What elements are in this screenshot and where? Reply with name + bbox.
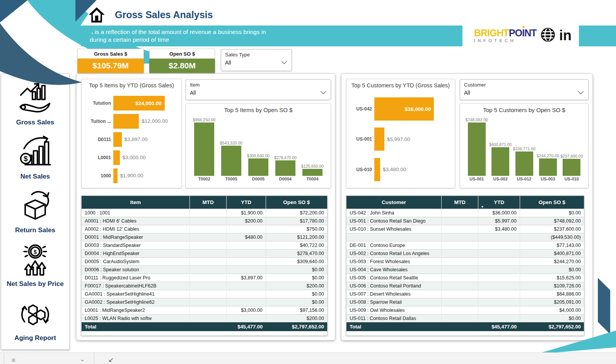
bar-col-US-001[interactable]: $748,092.00 [465,116,488,176]
bar[interactable]: $36,000.00 [374,97,434,121]
bar[interactable] [539,158,557,176]
table-row[interactable]: US-009 : Owl Wholesales$4,000.00 [346,306,584,314]
table-row[interactable]: 1000 : 1001$1,900.00$72,200.00 [82,209,327,217]
table-row[interactable]: US-008 : Sparrow Retail$205,091.00 [346,298,584,306]
item-dropdown[interactable]: Item All [186,79,331,100]
table-row[interactable]: A0001 : HDMI 6' Cables$200.00$17,780.00 [82,217,327,225]
table-row[interactable]: D0004 : HighEndSpeaker$278,470.00 [82,249,327,257]
col-header-item[interactable]: Item [82,196,189,209]
table-row[interactable]: GA0002 : SpeakerSetHighline62$0.00 [82,298,327,306]
table-row[interactable]: A0002 : HDMI 12' Cables$750.00 [82,225,327,233]
bar[interactable] [302,169,323,176]
bar-row-US-010[interactable]: US-010$3,480.00 [350,158,451,181]
bar[interactable] [113,132,122,147]
table-row[interactable]: US-005 : Contoso Retail Seattle$15,625.0… [346,274,584,282]
bar-row-D0111[interactable]: D0111$3,897.00 [85,132,177,147]
table-row[interactable]: DE-001 : Contoso Europe$77,143.00 [346,241,584,249]
chevron-down-icon [577,89,584,96]
arrow-icon[interactable]: ↙ [108,356,114,364]
table-row[interactable]: D0005 : CarAudioSystem$309,640.00 [82,257,327,265]
bar-row-US-042[interactable]: US-042$36,000.00 [350,97,451,121]
table-row[interactable]: US-001 : Contoso Retail San Diego$5,997.… [346,217,584,225]
bar-row-Tuition ...[interactable]: Tuition ...$12,000.00 [85,114,177,129]
bar-col-T0004[interactable]: $125,650.00 [299,116,326,176]
menu-icon[interactable]: ≡ [12,357,15,364]
col-header-ytd[interactable]: YTD [227,196,266,209]
bar-col-T0002[interactable]: $956,250.00 [191,116,218,176]
col-header-open-so-[interactable]: Open SO $ [520,196,584,209]
kpi-gross-sales-label: Gross Sales $ [77,49,144,59]
bar[interactable]: $24,000.00 [113,96,165,111]
customer-dropdown[interactable]: Customer All [460,79,589,100]
table-row[interactable]: L0025 : WLAN Radio wth softw$200.00 [82,314,327,322]
bar-row-L0001[interactable]: L0001$3,000.00 [85,150,177,165]
bar[interactable] [113,114,139,129]
col-header-mtd[interactable]: MTD [442,196,478,209]
bar[interactable] [113,168,118,183]
sales-type-dropdown[interactable]: Sales Type All [221,49,292,71]
bar-row-US-001[interactable]: US-001$5,997.00 [350,128,451,151]
col-header-ytd[interactable]: YTD▼ [478,196,520,209]
table-row[interactable]: F00017 : SpeakercabinetHLF62B$200.00 [82,282,327,290]
table-row[interactable]: US-042 : John Sinha$36,000.00$0.00 [346,209,584,217]
bar[interactable] [563,159,580,176]
bar-col-D0004[interactable]: $278,470.00 [272,116,299,176]
bar[interactable] [515,151,533,176]
linkedin-icon[interactable]: in [559,29,572,43]
table-row[interactable]: D0003 : StandardSpeaker$40,722.00 [82,241,327,249]
net-sales-icon: $ [17,135,53,172]
bar-col-US-002[interactable]: $400,871.00 [488,116,512,176]
table-row[interactable]: ($449,530.00) [346,233,584,241]
customers-ytd-chart: US-042$36,000.00US-001$5,997.00US-010$3,… [350,94,451,185]
table-row[interactable]: D0111 : Ruggedized Laser Pro$3,897.00$0.… [82,274,327,282]
sidebar-item-net-sales[interactable]: $Net Sales [17,135,53,180]
bar[interactable] [113,150,120,165]
value-label: $36,000.00 [405,106,431,112]
sidebar-item-net-sales-by-price[interactable]: $Net Sales by Price [7,243,63,288]
table-row[interactable]: US-011 : Contoso Retail Dallas$0.00 [346,314,584,322]
kpi-open-so[interactable]: Open SO $ $2.80M [149,49,215,73]
col-header-mtd[interactable]: MTD [189,196,226,209]
table-row[interactable]: US-007 : Desert Wholesales$64,886.00 [346,290,584,298]
customer-dropdown-value: All [464,90,470,96]
bar-col-US-012[interactable]: $339,771.00 [512,116,536,176]
bar-col-US-003[interactable]: $244,270.00 [536,116,560,176]
bar[interactable] [221,146,241,176]
table-row[interactable]: D0001 : MidRangeSpeaker$480.00$121,200.0… [82,233,327,241]
sidebar-item-gross-sales[interactable]: Gross Sales [16,81,54,126]
sidebar-item-aging-report[interactable]: Aging Report [14,297,56,342]
table-row[interactable]: L0001 : MidRangeSpeaker2$3,000.00$97,156… [82,306,327,314]
bar[interactable] [374,158,380,181]
bar[interactable] [468,122,486,176]
table-row[interactable]: US-002 : Contoso Retail Los Angeles$400,… [346,249,584,257]
bar-col-D0005[interactable]: $309,640.00 [245,116,272,176]
col-header-open-so-[interactable]: Open SO $ [266,196,327,209]
kpi-gross-sales[interactable]: Gross Sales $ $105.79M [77,49,144,73]
bar[interactable] [248,158,268,176]
aging-report-icon [17,297,53,334]
bar-col-US-010[interactable]: $237,600.00 [560,116,584,176]
table-row[interactable]: GA0001 : SpeakerSetHighline41$0.00 [82,290,327,298]
bar-row-Tutution[interactable]: Tutution$24,000.00 [85,96,177,111]
chevron-down-icon[interactable]: ⌄ [80,355,85,363]
bar[interactable] [275,160,295,176]
customers-table: CustomerMTDYTD▼Open SO $US-042 : John Si… [346,196,584,336]
col-header-customer[interactable]: Customer [346,196,442,209]
home-icon[interactable] [88,6,105,26]
table-row[interactable]: D0006 : Speaker solution$0.00 [82,265,327,274]
sales-type-value: All [225,60,231,66]
table-row[interactable]: US-003 : Forest Wholesales$244,270.00 [346,257,584,265]
bar-col-T0005[interactable]: $543,320.00 [218,116,245,176]
table-row[interactable]: US-010 : Sunset Wholesales$3,480.00$237,… [346,225,584,233]
globe-icon[interactable] [541,27,555,44]
svg-text:$: $ [24,154,28,162]
table-row[interactable]: US-006 : Contoso Retail Portland$109,726… [346,282,584,290]
bar[interactable] [194,122,214,176]
sidebar-item-return-sales[interactable]: Return Sales [15,189,55,234]
table-row[interactable]: US-004 : Cave Wholesales$0.00 [346,265,584,274]
x-axis-label: T0005 [218,177,245,181]
bar-row-1000[interactable]: 1000$1,900.00 [85,168,177,183]
customers-ytd-chart-title: Top 5 Customers by YTD (Gross Sales) [346,79,455,88]
bar[interactable] [374,128,384,151]
bar[interactable] [491,147,509,176]
